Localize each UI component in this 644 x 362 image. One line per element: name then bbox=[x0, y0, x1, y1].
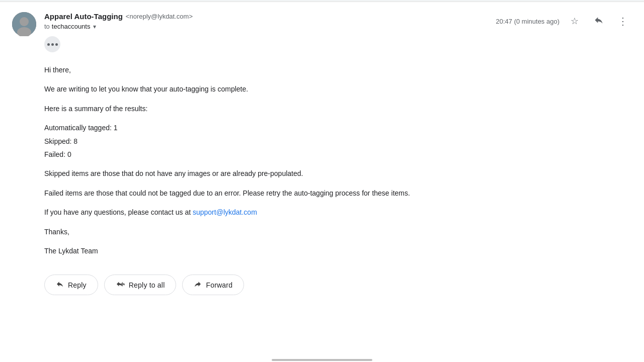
more-options-button[interactable] bbox=[44, 36, 60, 52]
more-header-button[interactable]: ⋮ bbox=[614, 12, 632, 30]
avatar bbox=[12, 12, 36, 36]
email-body: Hi there, We are writing to let you know… bbox=[12, 56, 632, 256]
stats-block: Automatically tagged: 1 Skipped: 8 Faile… bbox=[44, 122, 632, 160]
forward-icon bbox=[194, 280, 202, 290]
header-right: 20:47 (0 minutes ago) ☆ ⋮ bbox=[496, 12, 632, 30]
team-text: The Lykdat Team bbox=[44, 245, 632, 256]
greeting: Hi there, bbox=[44, 64, 632, 75]
reply-icon bbox=[56, 280, 64, 290]
sender-name-line: Apparel Auto-Tagging <noreply@lykdat.com… bbox=[44, 12, 193, 21]
chevron-down-icon: ▾ bbox=[93, 23, 96, 30]
reply-header-button[interactable] bbox=[590, 12, 608, 30]
thanks-text: Thanks, bbox=[44, 226, 632, 237]
recipient-toggle[interactable]: ▾ bbox=[92, 23, 96, 30]
sender-info: Apparel Auto-Tagging <noreply@lykdat.com… bbox=[12, 12, 193, 52]
summary-intro: Here is a summary of the results: bbox=[44, 103, 632, 114]
bottom-scrollbar[interactable] bbox=[272, 359, 372, 361]
reply-button[interactable]: Reply bbox=[44, 275, 98, 295]
skipped-note: Skipped items are those that do not have… bbox=[44, 168, 632, 179]
sender-name: Apparel Auto-Tagging bbox=[44, 12, 123, 21]
star-button[interactable]: ☆ bbox=[566, 12, 584, 30]
avatar-svg bbox=[12, 12, 36, 36]
reply-header-icon bbox=[594, 15, 604, 28]
email-container: Apparel Auto-Tagging <noreply@lykdat.com… bbox=[0, 2, 644, 303]
stat-tagged: Automatically tagged: 1 bbox=[44, 122, 632, 133]
more-vertical-icon: ⋮ bbox=[618, 15, 628, 27]
recipient-line: to techaccounts ▾ bbox=[44, 23, 193, 30]
recipient-label: to bbox=[44, 23, 50, 30]
support-email-link[interactable]: support@lykdat.com bbox=[193, 208, 257, 216]
more-options-row bbox=[44, 34, 193, 52]
failed-note: Failed items are those that could not be… bbox=[44, 188, 632, 199]
forward-button[interactable]: Forward bbox=[182, 275, 244, 295]
contact-line: If you have any questions, please contac… bbox=[44, 207, 632, 218]
stat-failed: Failed: 0 bbox=[44, 149, 632, 160]
recipient-name: techaccounts bbox=[52, 23, 91, 30]
svg-point-1 bbox=[20, 17, 29, 26]
star-icon: ☆ bbox=[571, 16, 579, 27]
sender-email: <noreply@lykdat.com> bbox=[126, 13, 193, 20]
reply-all-icon bbox=[116, 280, 125, 290]
action-buttons: Reply Reply to all Forward bbox=[12, 264, 632, 303]
intro-text: We are writing to let you know that your… bbox=[44, 83, 632, 95]
reply-all-button[interactable]: Reply to all bbox=[104, 275, 177, 295]
three-dots-icon bbox=[47, 43, 58, 46]
timestamp: 20:47 (0 minutes ago) bbox=[496, 18, 559, 25]
stat-skipped: Skipped: 8 bbox=[44, 136, 632, 147]
sender-details: Apparel Auto-Tagging <noreply@lykdat.com… bbox=[44, 12, 193, 52]
email-header: Apparel Auto-Tagging <noreply@lykdat.com… bbox=[12, 12, 632, 52]
